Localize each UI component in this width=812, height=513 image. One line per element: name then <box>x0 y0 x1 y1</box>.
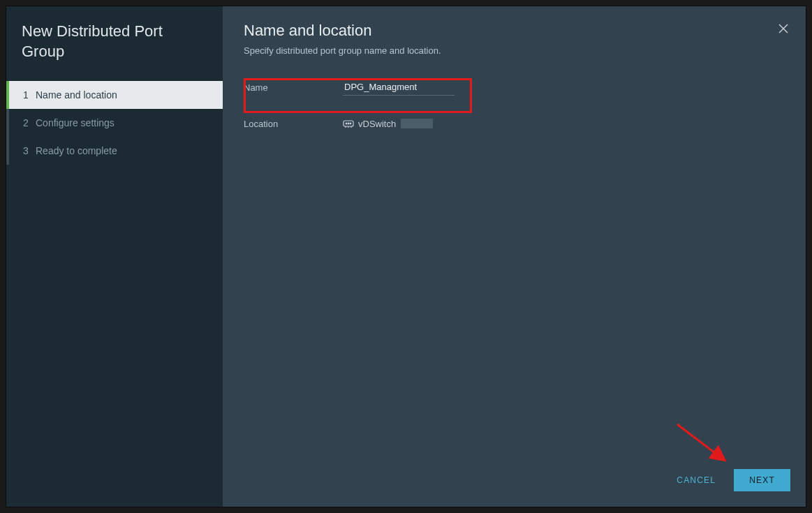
location-text: vDSwitch <box>358 119 396 129</box>
close-icon <box>778 23 789 34</box>
main-header: Name and location Specify distributed po… <box>223 6 806 66</box>
step-label: Name and location <box>36 89 210 101</box>
wizard-footer: CANCEL NEXT <box>223 456 806 507</box>
location-row: Location vDSwitch <box>244 113 785 134</box>
form-area: Name Location <box>223 66 806 456</box>
step-label: Configure settings <box>36 117 210 128</box>
wizard-sidebar: New Distributed Port Group 1 Name and lo… <box>6 6 223 507</box>
next-button[interactable]: NEXT <box>734 469 790 491</box>
wizard-steps: 1 Name and location 2 Configure settings… <box>6 81 223 165</box>
step-name-and-location[interactable]: 1 Name and location <box>6 81 223 109</box>
cancel-button[interactable]: CANCEL <box>665 469 727 491</box>
page-title: Name and location <box>244 22 785 40</box>
redacted-text <box>401 119 433 128</box>
step-number: 2 <box>20 117 36 128</box>
step-label: Ready to complete <box>36 145 210 156</box>
page-subtitle: Specify distributed port group name and … <box>244 45 785 56</box>
step-configure-settings[interactable]: 2 Configure settings <box>6 109 223 137</box>
location-label: Location <box>244 119 343 129</box>
step-ready-to-complete[interactable]: 3 Ready to complete <box>6 137 223 165</box>
svg-point-7 <box>348 123 349 124</box>
name-input[interactable] <box>343 79 455 96</box>
location-value: vDSwitch <box>343 119 433 129</box>
step-number: 1 <box>20 89 36 101</box>
close-button[interactable] <box>776 22 790 36</box>
name-row: Name <box>244 77 785 98</box>
main-panel: Name and location Specify distributed po… <box>223 6 806 507</box>
svg-point-8 <box>350 123 351 124</box>
wizard-title: New Distributed Port Group <box>6 6 223 81</box>
step-number: 3 <box>20 145 36 156</box>
wizard-modal: New Distributed Port Group 1 Name and lo… <box>6 6 806 507</box>
distributed-switch-icon <box>343 119 354 128</box>
svg-point-6 <box>346 123 347 124</box>
name-label: Name <box>244 82 343 93</box>
